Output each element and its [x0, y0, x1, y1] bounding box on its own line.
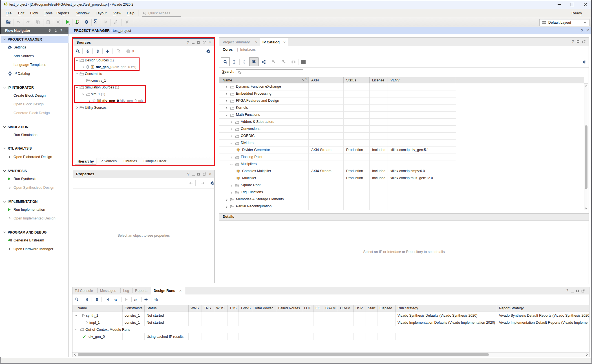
svg-text:10: 10	[10, 240, 12, 242]
svg-text:10: 10	[78, 22, 79, 23]
